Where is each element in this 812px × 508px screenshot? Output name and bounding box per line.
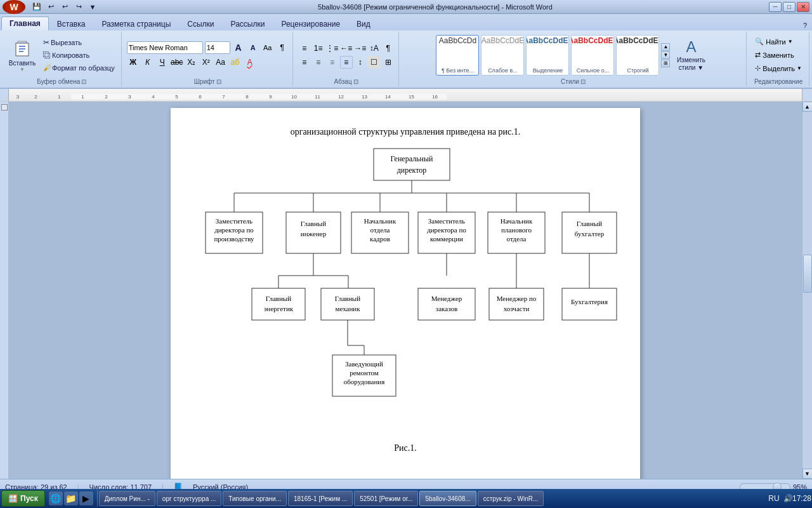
undo-arrow-button[interactable]: ↩ <box>58 1 71 13</box>
start-button[interactable]: 🪟 Пуск <box>1 490 45 507</box>
tab-view[interactable]: Вид <box>348 17 379 30</box>
tab-layout[interactable]: Разметка страницы <box>93 17 179 30</box>
save-button[interactable]: 💾 <box>30 1 43 13</box>
close-button[interactable]: ✕ <box>797 2 809 12</box>
line-spacing-button[interactable]: ↕ <box>354 56 367 69</box>
multilevel-list-button[interactable]: ⋮≡ <box>326 42 339 55</box>
align-center-button[interactable]: ≡ <box>312 56 325 69</box>
svg-text:заказов: заказов <box>436 305 457 312</box>
document-area[interactable]: организационной структуры управления при… <box>9 102 802 479</box>
clipboard-small-btns: ✂ Вырезать ⿻ Копировать 🖌 Формат по обра… <box>41 37 117 74</box>
styles-down-button[interactable]: ▼ <box>661 51 670 59</box>
font-expand[interactable]: ⊡ <box>216 78 221 85</box>
justify-button[interactable]: ≡ <box>340 56 353 69</box>
taskbar-item-2-label: орг структуурра ... <box>162 495 216 502</box>
folder-icon[interactable]: 📁 <box>64 491 78 505</box>
system-tray: RU 🔊 17:28 <box>765 493 811 504</box>
replace-button[interactable]: ⇄ Заменить <box>752 49 805 61</box>
clear-format-button[interactable]: Aa <box>261 41 274 54</box>
align-left-button[interactable]: ≡ <box>298 56 311 69</box>
paragraph-expand[interactable]: ⊡ <box>353 78 358 85</box>
maximize-button[interactable]: □ <box>783 2 796 12</box>
show-hide-button[interactable]: ¶ <box>276 41 289 54</box>
show-formatting-button[interactable]: ¶ <box>382 42 395 55</box>
tab-references[interactable]: Ссылки <box>179 17 222 30</box>
tab-mailings[interactable]: Рассылки <box>223 17 273 30</box>
taskbar-item-7[interactable]: cструк.zip - WinR... <box>478 491 544 506</box>
office-button[interactable]: W <box>3 0 25 14</box>
text-case-button[interactable]: Aa <box>214 56 227 69</box>
styles-more-button[interactable]: ⊞ <box>661 60 670 67</box>
style-normal[interactable]: AaBbCcDd ¶ Без инте... <box>436 35 479 76</box>
decrease-indent-button[interactable]: ←≡ <box>340 42 353 55</box>
bullets-button[interactable]: ≡ <box>298 42 311 55</box>
scroll-track[interactable] <box>802 112 813 469</box>
styles-expand[interactable]: ⊡ <box>580 78 586 85</box>
style-weak-label: Слабое в... <box>483 67 522 74</box>
clipboard-content: Вставить ▼ ✂ Вырезать ⿻ Копировать 🖌 Фор… <box>6 33 117 77</box>
sort-button[interactable]: ↕A <box>368 42 381 55</box>
style-strong[interactable]: AaBbCcDdEe Сильное о... <box>571 35 614 76</box>
svg-text:директор: директор <box>397 166 427 175</box>
cut-button[interactable]: ✂ Вырезать <box>41 37 117 48</box>
svg-text:коммерции: коммерции <box>430 235 463 243</box>
styles-up-button[interactable]: ▲ <box>661 43 670 51</box>
paragraph-label: Абзац ⊡ <box>298 78 395 85</box>
undo-button[interactable]: ↩ <box>44 1 57 13</box>
underline-button[interactable]: Ч <box>156 56 169 69</box>
svg-text:Начальник: Начальник <box>501 217 533 225</box>
style-strict-preview: AaBbCcDdEe <box>616 37 659 44</box>
minimize-button[interactable]: ─ <box>769 2 782 12</box>
borders-button[interactable]: ⊞ <box>382 56 395 69</box>
taskbar-item-6[interactable]: 5ballov-34608... <box>419 491 476 506</box>
copy-button[interactable]: ⿻ Копировать <box>41 50 117 61</box>
help-button[interactable]: ? <box>799 20 811 30</box>
ie-icon[interactable]: 🌐 <box>49 491 63 505</box>
document[interactable]: организационной структуры управления при… <box>171 108 640 479</box>
tray-clock[interactable]: 17:28 <box>797 493 807 504</box>
font-name-input[interactable] <box>127 41 203 54</box>
increase-indent-button[interactable]: →≡ <box>354 42 367 55</box>
paste-arrow[interactable]: ▼ <box>20 67 25 72</box>
find-button[interactable]: 🔍 Найти ▼ <box>752 36 805 48</box>
select-button[interactable]: ⊹ Выделить ▼ <box>752 62 805 74</box>
format-painter-button[interactable]: 🖌 Формат по образцу <box>41 62 117 74</box>
media-icon[interactable]: ▶ <box>79 491 93 505</box>
highlight-color-button[interactable]: аб <box>229 56 242 69</box>
redo-button[interactable]: ↪ <box>72 1 85 13</box>
align-right-button[interactable]: ≡ <box>326 56 339 69</box>
style-strict[interactable]: AaBbCcDdEe Строгий <box>616 35 659 76</box>
bold-button[interactable]: Ж <box>127 56 140 69</box>
quick-access-more[interactable]: ▼ <box>86 1 99 13</box>
main-area: организационной структуры управления при… <box>0 102 812 479</box>
grow-font-button[interactable]: A <box>232 41 245 54</box>
taskbar-item-1[interactable]: Диплом Рин... - <box>99 491 155 506</box>
change-styles-button[interactable]: A Изменитьстили ▼ <box>672 35 710 76</box>
tab-home[interactable]: Главная <box>1 17 49 30</box>
style-emphasis[interactable]: AaBbCcDdEe Выделение <box>526 35 569 76</box>
subscript-button[interactable]: X₂ <box>185 56 198 69</box>
left-panel-marker[interactable] <box>1 104 8 110</box>
numbering-button[interactable]: 1≡ <box>312 42 325 55</box>
italic-button[interactable]: К <box>141 56 154 69</box>
clipboard-expand[interactable]: ⊡ <box>81 78 86 85</box>
tray-language[interactable]: RU <box>769 493 779 504</box>
paste-button[interactable]: Вставить ▼ <box>6 36 38 74</box>
tab-review[interactable]: Рецензирование <box>273 17 348 30</box>
strikethrough-button[interactable]: abc <box>171 56 183 69</box>
scroll-thumb[interactable] <box>803 255 812 293</box>
font-size-input[interactable] <box>205 41 230 54</box>
taskbar-item-5[interactable]: 52501 [Режим ог... <box>354 491 418 506</box>
shrink-font-button[interactable]: A <box>247 41 259 54</box>
scroll-up-button[interactable]: ▲ <box>802 102 813 112</box>
style-weak[interactable]: AaBbCcDdE Слабое в... <box>481 35 524 76</box>
shading-button[interactable]: ☐ <box>368 56 381 69</box>
taskbar-item-4[interactable]: 18165-1 [Режим ... <box>288 491 353 506</box>
tab-insert[interactable]: Вставка <box>49 17 94 30</box>
superscript-button[interactable]: X² <box>200 56 213 69</box>
taskbar-item-3[interactable]: Типовые органи... <box>223 491 287 506</box>
tray-network[interactable]: 🔊 <box>783 493 793 504</box>
font-color-button[interactable]: А <box>244 56 256 69</box>
scroll-down-button[interactable]: ▼ <box>802 469 813 479</box>
taskbar-item-2[interactable]: орг структуурра ... <box>157 491 221 506</box>
